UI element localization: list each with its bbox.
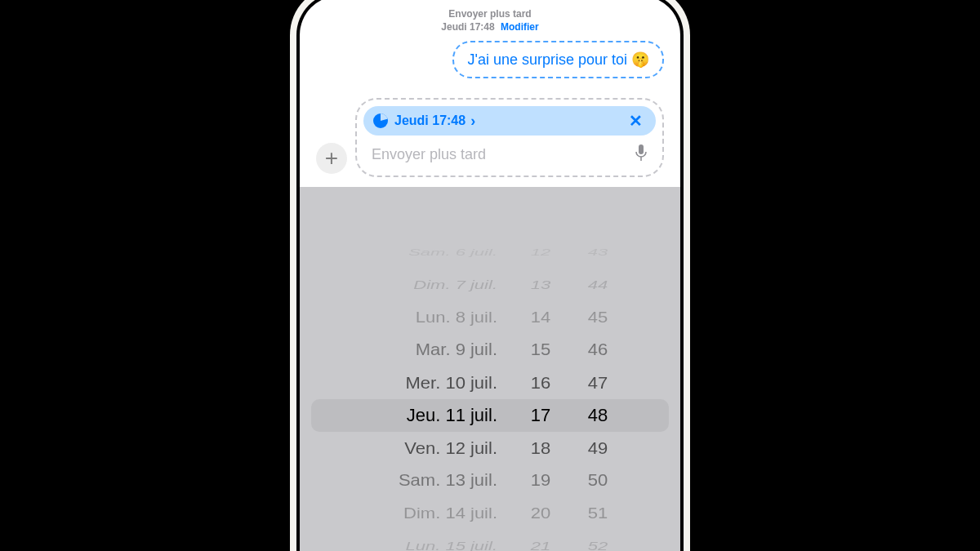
scheduled-header: Envoyer plus tard Jeudi 17:48 Modifier: [316, 7, 664, 35]
picker-row[interactable]: Lun. 15 juil.: [363, 535, 497, 551]
picker-row[interactable]: 19: [522, 466, 559, 495]
mic-icon[interactable]: [635, 144, 648, 166]
picker-row[interactable]: 50: [579, 466, 617, 495]
picker-row[interactable]: 52: [579, 535, 617, 551]
compose-area: + Jeudi 17:48 › ✕ Envoyer plus tard: [316, 98, 664, 177]
picker-row[interactable]: Dim. 7 juil.: [363, 274, 497, 295]
picker-row[interactable]: Lun. 8 juil.: [363, 304, 497, 331]
picker-row[interactable]: 44: [579, 274, 617, 295]
picker-row[interactable]: 13: [522, 274, 559, 295]
compose-placeholder: Envoyer plus tard: [372, 146, 626, 163]
picker-row[interactable]: 49: [579, 433, 617, 464]
schedule-pill[interactable]: Jeudi 17:48 › ✕: [363, 106, 656, 136]
clock-icon: [373, 113, 388, 128]
picker-row[interactable]: Sam. 13 juil.: [363, 466, 497, 495]
hour-column[interactable]: 12 13 14 15 16 17 18 19 20 21 22: [522, 236, 559, 551]
picker-row[interactable]: 12: [522, 244, 559, 260]
edit-link[interactable]: Modifier: [501, 21, 539, 33]
picker-row-selected[interactable]: Jeu. 11 juil.: [363, 399, 497, 432]
picker-row[interactable]: 15: [522, 335, 559, 365]
compose-input-row[interactable]: Envoyer plus tard: [363, 142, 656, 169]
outgoing-message-bubble: J'ai une surprise pour toi 🤫: [452, 41, 664, 78]
picker-row[interactable]: 16: [522, 367, 559, 398]
picker-row[interactable]: 14: [522, 304, 559, 331]
screen: Envoyer plus tard Jeudi 17:48 Modifier J…: [300, 0, 680, 551]
chevron-right-icon: ›: [470, 113, 475, 130]
scheduled-datetime: Jeudi 17:48: [441, 21, 494, 33]
svg-rect-0: [639, 144, 644, 154]
picker-row[interactable]: Mar. 9 juil.: [363, 335, 497, 365]
conversation-area: Envoyer plus tard Jeudi 17:48 Modifier J…: [300, 0, 680, 80]
picker-row[interactable]: 45: [579, 304, 617, 331]
picker-row-selected[interactable]: 17: [522, 399, 559, 432]
schedule-pill-text: Jeudi 17:48: [394, 113, 466, 128]
picker-row[interactable]: 46: [579, 335, 617, 365]
minute-column[interactable]: 43 44 45 46 47 48 49 50 51 52 53: [579, 236, 617, 551]
picker-row[interactable]: 18: [522, 433, 559, 464]
schedule-pill-label[interactable]: Jeudi 17:48 ›: [394, 113, 619, 130]
datetime-picker[interactable]: Sam. 6 juil. Dim. 7 juil. Lun. 8 juil. M…: [300, 187, 680, 551]
picker-row[interactable]: 47: [579, 367, 617, 398]
scheduled-title: Envoyer plus tard: [448, 8, 531, 20]
phone-inner: Envoyer plus tard Jeudi 17:48 Modifier J…: [296, 0, 684, 551]
picker-row[interactable]: Dim. 14 juil.: [363, 500, 497, 527]
picker-row[interactable]: Ven. 12 juil.: [363, 433, 497, 464]
phone-frame: Envoyer plus tard Jeudi 17:48 Modifier J…: [290, 0, 690, 551]
add-button[interactable]: +: [316, 143, 347, 174]
picker-row[interactable]: Sam. 6 juil.: [363, 244, 497, 260]
picker-row[interactable]: 43: [579, 244, 617, 260]
picker-row[interactable]: 20: [522, 500, 559, 527]
compose-box: Jeudi 17:48 › ✕ Envoyer plus tard: [355, 98, 664, 177]
date-column[interactable]: Sam. 6 juil. Dim. 7 juil. Lun. 8 juil. M…: [363, 236, 502, 551]
picker-row-selected[interactable]: 48: [579, 399, 617, 432]
picker-row[interactable]: 51: [579, 500, 617, 527]
picker-row[interactable]: Mer. 10 juil.: [363, 367, 497, 398]
picker-row[interactable]: 21: [522, 535, 559, 551]
close-icon[interactable]: ✕: [626, 111, 646, 131]
picker-columns: Sam. 6 juil. Dim. 7 juil. Lun. 8 juil. M…: [300, 236, 680, 551]
